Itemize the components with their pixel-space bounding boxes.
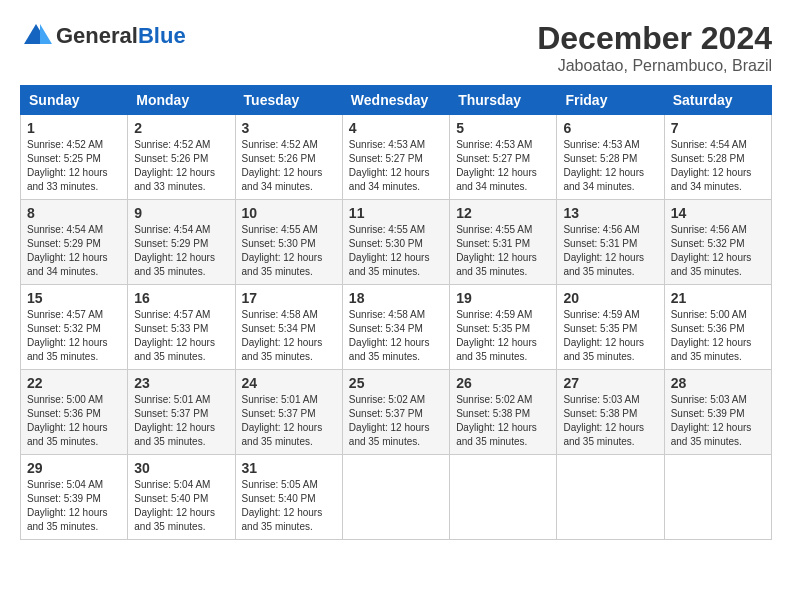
table-row: 15 Sunrise: 4:57 AM Sunset: 5:32 PM Dayl… bbox=[21, 285, 128, 370]
day-info: Sunrise: 4:54 AM Sunset: 5:28 PM Dayligh… bbox=[671, 138, 765, 194]
table-row: 13 Sunrise: 4:56 AM Sunset: 5:31 PM Dayl… bbox=[557, 200, 664, 285]
table-row: 22 Sunrise: 5:00 AM Sunset: 5:36 PM Dayl… bbox=[21, 370, 128, 455]
col-thursday: Thursday bbox=[450, 86, 557, 115]
table-row: 31 Sunrise: 5:05 AM Sunset: 5:40 PM Dayl… bbox=[235, 455, 342, 540]
table-row bbox=[342, 455, 449, 540]
calendar-week-4: 22 Sunrise: 5:00 AM Sunset: 5:36 PM Dayl… bbox=[21, 370, 772, 455]
day-number: 25 bbox=[349, 375, 443, 391]
day-number: 26 bbox=[456, 375, 550, 391]
table-row: 17 Sunrise: 4:58 AM Sunset: 5:34 PM Dayl… bbox=[235, 285, 342, 370]
day-info: Sunrise: 4:52 AM Sunset: 5:26 PM Dayligh… bbox=[242, 138, 336, 194]
table-row: 10 Sunrise: 4:55 AM Sunset: 5:30 PM Dayl… bbox=[235, 200, 342, 285]
day-info: Sunrise: 4:53 AM Sunset: 5:27 PM Dayligh… bbox=[349, 138, 443, 194]
day-info: Sunrise: 4:55 AM Sunset: 5:30 PM Dayligh… bbox=[242, 223, 336, 279]
col-friday: Friday bbox=[557, 86, 664, 115]
day-number: 18 bbox=[349, 290, 443, 306]
day-info: Sunrise: 4:55 AM Sunset: 5:31 PM Dayligh… bbox=[456, 223, 550, 279]
day-info: Sunrise: 5:02 AM Sunset: 5:38 PM Dayligh… bbox=[456, 393, 550, 449]
table-row: 12 Sunrise: 4:55 AM Sunset: 5:31 PM Dayl… bbox=[450, 200, 557, 285]
table-row: 16 Sunrise: 4:57 AM Sunset: 5:33 PM Dayl… bbox=[128, 285, 235, 370]
day-number: 22 bbox=[27, 375, 121, 391]
logo-icon bbox=[20, 20, 52, 52]
table-row: 29 Sunrise: 5:04 AM Sunset: 5:39 PM Dayl… bbox=[21, 455, 128, 540]
table-row: 30 Sunrise: 5:04 AM Sunset: 5:40 PM Dayl… bbox=[128, 455, 235, 540]
day-number: 31 bbox=[242, 460, 336, 476]
day-number: 17 bbox=[242, 290, 336, 306]
day-number: 10 bbox=[242, 205, 336, 221]
day-number: 29 bbox=[27, 460, 121, 476]
day-info: Sunrise: 4:57 AM Sunset: 5:33 PM Dayligh… bbox=[134, 308, 228, 364]
day-info: Sunrise: 4:58 AM Sunset: 5:34 PM Dayligh… bbox=[242, 308, 336, 364]
day-info: Sunrise: 5:02 AM Sunset: 5:37 PM Dayligh… bbox=[349, 393, 443, 449]
day-number: 16 bbox=[134, 290, 228, 306]
table-row: 23 Sunrise: 5:01 AM Sunset: 5:37 PM Dayl… bbox=[128, 370, 235, 455]
table-row: 3 Sunrise: 4:52 AM Sunset: 5:26 PM Dayli… bbox=[235, 115, 342, 200]
table-row: 28 Sunrise: 5:03 AM Sunset: 5:39 PM Dayl… bbox=[664, 370, 771, 455]
day-info: Sunrise: 4:53 AM Sunset: 5:27 PM Dayligh… bbox=[456, 138, 550, 194]
day-info: Sunrise: 4:52 AM Sunset: 5:25 PM Dayligh… bbox=[27, 138, 121, 194]
day-info: Sunrise: 4:57 AM Sunset: 5:32 PM Dayligh… bbox=[27, 308, 121, 364]
table-row: 5 Sunrise: 4:53 AM Sunset: 5:27 PM Dayli… bbox=[450, 115, 557, 200]
day-info: Sunrise: 4:53 AM Sunset: 5:28 PM Dayligh… bbox=[563, 138, 657, 194]
day-number: 24 bbox=[242, 375, 336, 391]
table-row: 24 Sunrise: 5:01 AM Sunset: 5:37 PM Dayl… bbox=[235, 370, 342, 455]
day-info: Sunrise: 5:03 AM Sunset: 5:38 PM Dayligh… bbox=[563, 393, 657, 449]
logo: GeneralBlue bbox=[20, 20, 186, 52]
location: Jaboatao, Pernambuco, Brazil bbox=[537, 57, 772, 75]
table-row: 8 Sunrise: 4:54 AM Sunset: 5:29 PM Dayli… bbox=[21, 200, 128, 285]
day-info: Sunrise: 5:00 AM Sunset: 5:36 PM Dayligh… bbox=[27, 393, 121, 449]
day-info: Sunrise: 5:00 AM Sunset: 5:36 PM Dayligh… bbox=[671, 308, 765, 364]
calendar-week-1: 1 Sunrise: 4:52 AM Sunset: 5:25 PM Dayli… bbox=[21, 115, 772, 200]
calendar-table: Sunday Monday Tuesday Wednesday Thursday… bbox=[20, 85, 772, 540]
day-info: Sunrise: 5:04 AM Sunset: 5:40 PM Dayligh… bbox=[134, 478, 228, 534]
table-row bbox=[664, 455, 771, 540]
title-section: December 2024 Jaboatao, Pernambuco, Braz… bbox=[537, 20, 772, 75]
day-info: Sunrise: 4:56 AM Sunset: 5:32 PM Dayligh… bbox=[671, 223, 765, 279]
day-info: Sunrise: 5:01 AM Sunset: 5:37 PM Dayligh… bbox=[242, 393, 336, 449]
day-info: Sunrise: 5:04 AM Sunset: 5:39 PM Dayligh… bbox=[27, 478, 121, 534]
table-row: 19 Sunrise: 4:59 AM Sunset: 5:35 PM Dayl… bbox=[450, 285, 557, 370]
calendar-week-2: 8 Sunrise: 4:54 AM Sunset: 5:29 PM Dayli… bbox=[21, 200, 772, 285]
day-number: 15 bbox=[27, 290, 121, 306]
day-info: Sunrise: 4:58 AM Sunset: 5:34 PM Dayligh… bbox=[349, 308, 443, 364]
day-number: 7 bbox=[671, 120, 765, 136]
logo-text: GeneralBlue bbox=[56, 24, 186, 48]
day-number: 13 bbox=[563, 205, 657, 221]
day-number: 19 bbox=[456, 290, 550, 306]
day-info: Sunrise: 5:05 AM Sunset: 5:40 PM Dayligh… bbox=[242, 478, 336, 534]
table-row: 18 Sunrise: 4:58 AM Sunset: 5:34 PM Dayl… bbox=[342, 285, 449, 370]
table-row: 27 Sunrise: 5:03 AM Sunset: 5:38 PM Dayl… bbox=[557, 370, 664, 455]
day-info: Sunrise: 4:55 AM Sunset: 5:30 PM Dayligh… bbox=[349, 223, 443, 279]
day-number: 5 bbox=[456, 120, 550, 136]
table-row bbox=[557, 455, 664, 540]
day-number: 2 bbox=[134, 120, 228, 136]
month-title: December 2024 bbox=[537, 20, 772, 57]
table-row: 21 Sunrise: 5:00 AM Sunset: 5:36 PM Dayl… bbox=[664, 285, 771, 370]
table-row: 2 Sunrise: 4:52 AM Sunset: 5:26 PM Dayli… bbox=[128, 115, 235, 200]
table-row bbox=[450, 455, 557, 540]
col-saturday: Saturday bbox=[664, 86, 771, 115]
day-info: Sunrise: 4:59 AM Sunset: 5:35 PM Dayligh… bbox=[563, 308, 657, 364]
day-number: 12 bbox=[456, 205, 550, 221]
table-row: 1 Sunrise: 4:52 AM Sunset: 5:25 PM Dayli… bbox=[21, 115, 128, 200]
day-number: 3 bbox=[242, 120, 336, 136]
table-row: 25 Sunrise: 5:02 AM Sunset: 5:37 PM Dayl… bbox=[342, 370, 449, 455]
table-row: 9 Sunrise: 4:54 AM Sunset: 5:29 PM Dayli… bbox=[128, 200, 235, 285]
day-number: 9 bbox=[134, 205, 228, 221]
table-row: 6 Sunrise: 4:53 AM Sunset: 5:28 PM Dayli… bbox=[557, 115, 664, 200]
day-number: 30 bbox=[134, 460, 228, 476]
day-info: Sunrise: 4:59 AM Sunset: 5:35 PM Dayligh… bbox=[456, 308, 550, 364]
day-number: 8 bbox=[27, 205, 121, 221]
day-number: 4 bbox=[349, 120, 443, 136]
table-row: 4 Sunrise: 4:53 AM Sunset: 5:27 PM Dayli… bbox=[342, 115, 449, 200]
day-info: Sunrise: 5:03 AM Sunset: 5:39 PM Dayligh… bbox=[671, 393, 765, 449]
header-row: Sunday Monday Tuesday Wednesday Thursday… bbox=[21, 86, 772, 115]
day-info: Sunrise: 4:54 AM Sunset: 5:29 PM Dayligh… bbox=[134, 223, 228, 279]
calendar-week-5: 29 Sunrise: 5:04 AM Sunset: 5:39 PM Dayl… bbox=[21, 455, 772, 540]
day-number: 21 bbox=[671, 290, 765, 306]
day-number: 6 bbox=[563, 120, 657, 136]
page-header: GeneralBlue December 2024 Jaboatao, Pern… bbox=[20, 20, 772, 75]
calendar-week-3: 15 Sunrise: 4:57 AM Sunset: 5:32 PM Dayl… bbox=[21, 285, 772, 370]
table-row: 11 Sunrise: 4:55 AM Sunset: 5:30 PM Dayl… bbox=[342, 200, 449, 285]
day-info: Sunrise: 4:56 AM Sunset: 5:31 PM Dayligh… bbox=[563, 223, 657, 279]
